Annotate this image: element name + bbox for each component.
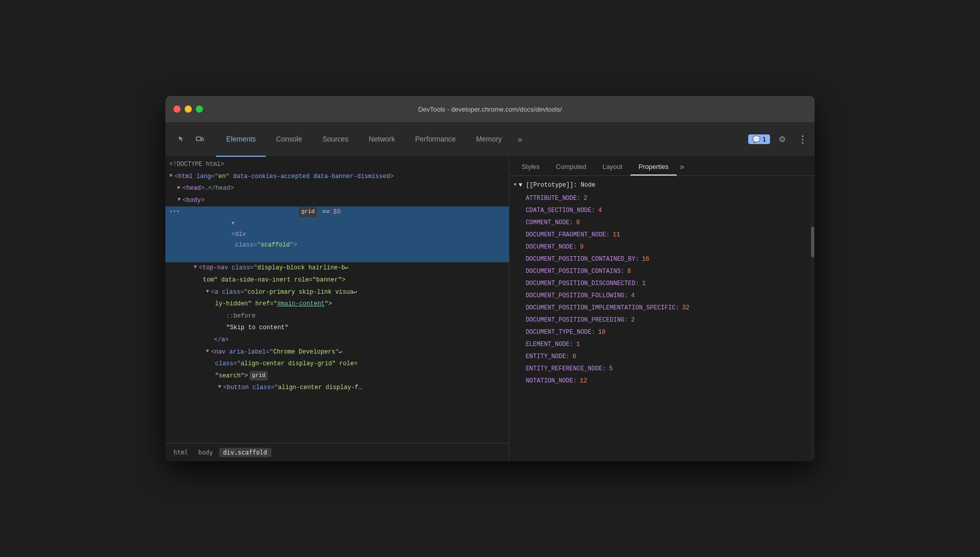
traffic-lights (173, 106, 203, 113)
right-tab-computed[interactable]: Computed (548, 159, 594, 176)
dom-top-nav-cont[interactable]: tom" data-side-nav-inert role="banner"> (165, 274, 509, 287)
property-row: ELEMENT_NODE: 1 (509, 338, 815, 351)
minimize-button[interactable] (185, 106, 192, 113)
scrollbar-thumb[interactable] (811, 227, 814, 257)
devtools-window: DevTools - developer.chrome.com/docs/dev… (165, 96, 815, 461)
elements-panel: <!DOCTYPE html> ▼ <html lang="en" data-c… (165, 157, 509, 461)
titlebar: DevTools - developer.chrome.com/docs/dev… (165, 96, 815, 122)
right-tab-more[interactable]: » (677, 158, 687, 176)
breadcrumb-html[interactable]: html (169, 448, 192, 457)
dom-before-pseudo[interactable]: ::before (165, 310, 509, 323)
tabbar-right-actions: 💬 1 ⚙ ⋮ (748, 131, 811, 148)
dom-html-open[interactable]: ▼ <html lang="en" data-cookies-accepted … (165, 171, 509, 183)
right-tab-styles[interactable]: Styles (513, 159, 547, 176)
property-row: DOCUMENT_POSITION_DISCONNECTED: 1 (509, 277, 815, 290)
main-content: <!DOCTYPE html> ▼ <html lang="en" data-c… (165, 157, 815, 461)
tab-performance[interactable]: Performance (405, 122, 466, 157)
right-tabbar: Styles Computed Layout Properties » (509, 157, 815, 176)
devtools-toolbar-icons (169, 131, 212, 148)
right-tab-layout[interactable]: Layout (594, 159, 631, 176)
dom-top-nav[interactable]: ▼ <top-nav class="display-block hairline… (165, 262, 509, 274)
right-tab-properties[interactable]: Properties (631, 159, 677, 176)
scrollbar-track[interactable] (811, 176, 815, 461)
dom-head[interactable]: ▶ <head>…</head> (165, 183, 509, 195)
grid-badge-2[interactable]: grid (250, 371, 268, 381)
tab-network[interactable]: Network (359, 122, 405, 157)
property-row: DOCUMENT_POSITION_FOLLOWING: 4 (509, 290, 815, 302)
maximize-button[interactable] (196, 106, 203, 113)
dom-a-skip[interactable]: ▼ <a class="color-primary skip-link visu… (165, 287, 509, 299)
dom-nav-cont[interactable]: class="align-center display-grid" role= (165, 358, 509, 370)
tab-sources[interactable]: Sources (312, 122, 359, 157)
breadcrumb-div-scaffold[interactable]: div.scaffold (219, 448, 271, 457)
dom-nav[interactable]: ▼ <nav aria-label="Chrome Developers"↵ (165, 346, 509, 359)
property-row: DOCUMENT_TYPE_NODE: 10 (509, 326, 815, 338)
inspect-element-icon[interactable] (173, 131, 190, 148)
property-row: NOTATION_NODE: 12 (509, 375, 815, 387)
properties-panel-content[interactable]: ▼ ▼ [[Prototype]]: Node ATTRIBUTE_NODE: … (509, 176, 815, 461)
prototype-arrow-icon: ▼ (513, 180, 516, 190)
property-row: DOCUMENT_POSITION_PRECEDING: 2 (509, 314, 815, 326)
right-panel: Styles Computed Layout Properties » ▼ ▼ (509, 157, 815, 461)
dom-nav-cont2[interactable]: "search"> grid (165, 370, 509, 382)
property-row: DOCUMENT_POSITION_IMPLEMENTATION_SPECIFI… (509, 302, 815, 314)
property-row: CDATA_SECTION_NODE: 4 (509, 204, 815, 217)
grid-badge[interactable]: grid (299, 207, 317, 217)
breadcrumb-body[interactable]: body (194, 448, 217, 457)
more-tabs-button[interactable]: » (512, 131, 528, 148)
property-row: DOCUMENT_FRAGMENT_NODE: 11 (509, 229, 815, 241)
property-row: COMMENT_NODE: 8 (509, 217, 815, 229)
property-row: ENTITY_NODE: 6 (509, 351, 815, 363)
dom-a-close[interactable]: </a> (165, 334, 509, 346)
property-rows: ATTRIBUTE_NODE: 2CDATA_SECTION_NODE: 4CO… (509, 192, 815, 387)
window-title: DevTools - developer.chrome.com/docs/dev… (418, 106, 562, 113)
svg-rect-0 (196, 137, 201, 141)
property-row: DOCUMENT_POSITION_CONTAINED_BY: 16 (509, 253, 815, 265)
prototype-header[interactable]: ▼ ▼ [[Prototype]]: Node (509, 178, 815, 192)
tab-memory[interactable]: Memory (466, 122, 512, 157)
dom-doctype[interactable]: <!DOCTYPE html> (165, 159, 509, 171)
more-options-icon[interactable]: ⋮ (794, 131, 811, 148)
svg-rect-1 (201, 138, 203, 141)
property-row: ATTRIBUTE_NODE: 2 (509, 192, 815, 204)
dom-a-skip-cont[interactable]: ly-hidden" href="#main-content"> (165, 298, 509, 310)
tab-elements[interactable]: Elements (216, 122, 266, 157)
close-button[interactable] (173, 106, 181, 113)
breadcrumb-bar: html body div.scaffold (165, 443, 509, 461)
property-row: DOCUMENT_NODE: 9 (509, 241, 815, 253)
dom-div-scaffold[interactable]: ••• ▼ <div class="scaffold"> grid == $0 (165, 206, 509, 262)
tab-console[interactable]: Console (266, 122, 312, 157)
settings-icon[interactable]: ⚙ (774, 131, 790, 148)
property-row: DOCUMENT_POSITION_CONTAINS: 8 (509, 265, 815, 277)
dom-body[interactable]: ▼ <body> (165, 195, 509, 207)
dom-button[interactable]: ▼ <button class="align-center display-f… (165, 382, 509, 394)
dom-skip-text[interactable]: "Skip to content" (165, 322, 509, 334)
comment-badge[interactable]: 💬 1 (748, 134, 770, 144)
device-toolbar-icon[interactable] (192, 131, 208, 148)
property-row: ENTITY_REFERENCE_NODE: 5 (509, 363, 815, 375)
dom-tree[interactable]: <!DOCTYPE html> ▼ <html lang="en" data-c… (165, 157, 509, 443)
main-tabbar: Elements Console Sources Network Perform… (165, 122, 815, 157)
